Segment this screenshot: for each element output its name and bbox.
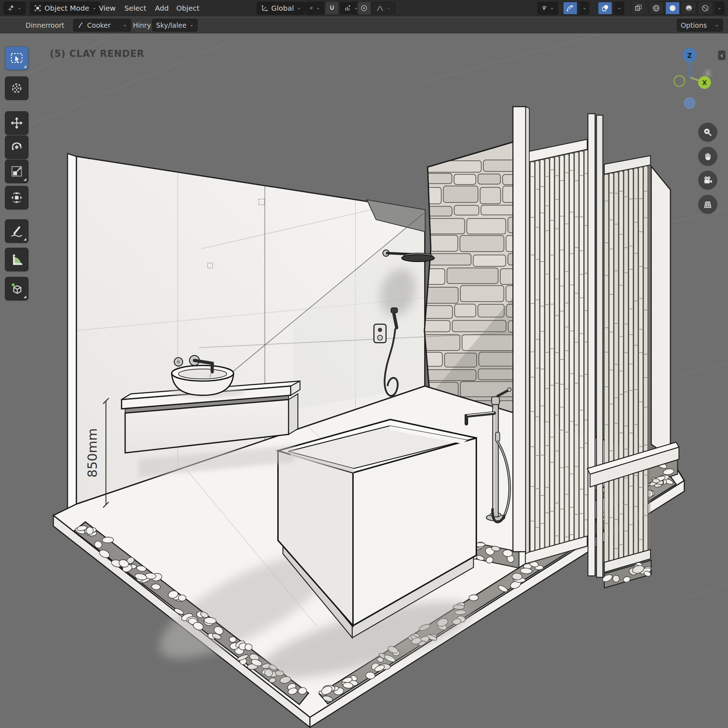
zoom-button[interactable] [698,122,717,142]
proportional-edit-icon [360,4,368,12]
transform-orientation-icon [260,4,268,12]
tool-transform[interactable] [5,186,28,210]
bamboo-screen-2 [604,156,650,573]
chevron-down-icon: ⌄ [190,22,194,28]
view-preset-selector[interactable]: Sky/lalee ⌄ [152,19,198,32]
camera-icon [702,175,713,185]
gizmo-toggle-button[interactable] [563,2,577,14]
svg-text:B: B [706,70,710,77]
active-tool-selector[interactable]: Cooker ⌄ [73,19,131,32]
shading-options-dropdown[interactable]: ⌄ [715,2,724,14]
chevron-down-icon: ⌄ [582,5,587,10]
shading-rendered-icon [701,4,710,12]
dimension-label: 850mm [85,428,99,478]
menu-object[interactable]: Object [172,2,204,15]
svg-text:X: X [702,79,707,86]
tool-annotate[interactable] [5,219,28,243]
transform-orientation-selector[interactable]: Global ⌄ [257,2,305,15]
editor-type-icon [8,4,14,12]
chevron-down-icon: ⌄ [549,5,554,10]
shading-wireframe-button[interactable] [650,2,663,14]
tool-move[interactable] [5,111,28,135]
zoom-icon [702,127,713,138]
overlays-icon [601,4,609,12]
editor-type-button[interactable]: ⌄ [3,2,26,15]
pivot-point-icon [310,4,313,12]
options-dropdown[interactable]: Options ⌄ [677,19,723,32]
add-cube-icon [9,281,24,296]
pan-button[interactable] [698,147,717,166]
svg-text:Z: Z [687,52,692,60]
snap-increments-icon [344,4,352,12]
3d-cursor-icon [9,81,24,95]
pivot-point-selector[interactable]: ⌄ [306,2,324,15]
tool-select-box[interactable] [5,47,28,70]
ortho-toggle-button[interactable] [698,195,717,214]
gizmo-options-dropdown[interactable]: ⌄ [580,2,589,14]
shading-solid-icon [668,4,677,12]
breadcrumb-collection[interactable]: Dinnerroort [26,19,64,32]
overlays-options-dropdown[interactable]: ⌄ [615,2,624,14]
history-label[interactable]: Hinry [133,19,151,32]
overlays-toggle-button[interactable] [598,2,612,14]
chevron-down-icon: ⌄ [297,5,301,10]
select-box-icon [9,51,24,66]
chevron-down-icon: ⌄ [617,5,622,10]
options-label: Options [681,21,707,29]
snapping-controls: ⌄ [326,2,362,15]
grid-frustum-icon [702,199,713,210]
shading-rendered-button[interactable] [699,2,712,14]
xray-toggle-button[interactable] [632,2,645,14]
tool-measure[interactable] [5,248,28,271]
shading-material-button[interactable] [682,2,696,14]
show-gizmo-selector[interactable]: ⌄ [537,2,558,15]
camera-view-button[interactable] [698,171,717,190]
tool-pen-icon [77,22,84,29]
annotate-pen-icon [9,224,24,238]
shading-mode-group: ⌄ [649,2,725,15]
gizmo-axis-x-negative [674,76,685,86]
3d-viewport[interactable]: 850mm (5) CLAY RENDER [0,34,728,728]
mode-selector[interactable]: Object Mode ⌄ [30,2,101,15]
hand-icon [702,151,713,162]
gizmo-axis-z-negative [684,98,695,109]
eye-cursor-icon [541,4,547,12]
measure-icon [9,252,24,267]
proportional-edit-toggle[interactable] [358,2,370,14]
chevron-down-icon: ⌄ [714,22,719,28]
blender-app-window: ⌄ Object Mode ⌄ View Select Add Object G… [0,0,728,728]
snap-magnet-icon [328,4,336,12]
chevron-down-icon: ⌄ [17,5,22,10]
navigation-gizmo[interactable]: B Z X [668,43,721,116]
viewport-scene: 850mm [0,34,728,728]
object-mode-icon [34,4,41,12]
orientation-label: Global [271,4,294,12]
tool-rotate[interactable] [5,135,28,159]
falloff-curve-icon [376,4,384,12]
scale-icon [9,164,24,179]
active-tool-label: Cooker [87,21,110,29]
transform-icon [9,191,24,205]
falloff-selector[interactable]: ⌄ [372,2,395,14]
menu-view[interactable]: View [95,2,120,15]
move-icon [9,116,24,130]
view-preset-label: Sky/lalee [156,21,187,29]
screen-posts-middle [588,114,603,577]
shading-material-icon [685,4,693,12]
sidebar-collapse-arrow[interactable]: ‹ [718,50,725,60]
shading-wireframe-icon [652,4,661,12]
viewport-header: ⌄ Object Mode ⌄ View Select Add Object G… [0,0,728,17]
tool-cursor[interactable] [5,76,28,100]
right-return-panel [651,166,670,457]
chevron-down-icon: ⌄ [122,22,127,28]
menu-select[interactable]: Select [120,2,151,15]
overlays-toggle-group: ⌄ [598,2,624,15]
menu-add[interactable]: Add [151,2,173,15]
gizmo-toggle-group: ⌄ [563,2,589,15]
chevron-down-icon: ⌄ [717,5,722,10]
chevron-down-icon: ⌄ [316,5,320,10]
tool-add-cube[interactable] [5,277,28,300]
shading-solid-button[interactable] [666,2,679,14]
tool-scale[interactable] [5,160,28,183]
snap-toggle-button[interactable] [326,2,338,14]
